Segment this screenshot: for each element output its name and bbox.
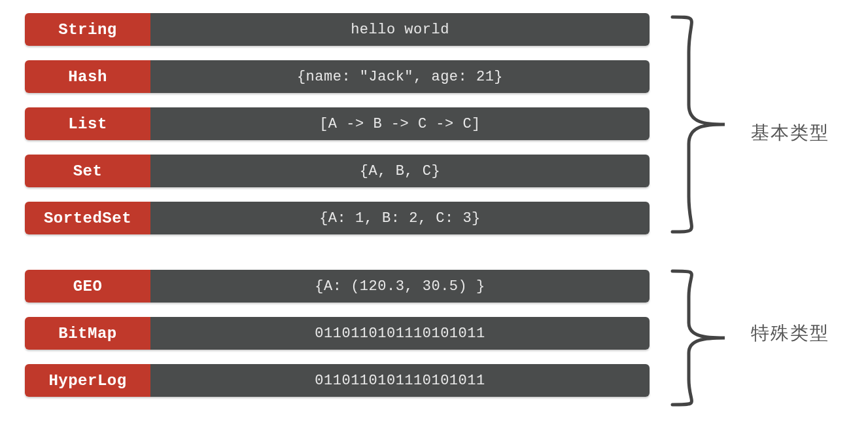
type-value: {A: 1, B: 2, C: 3} — [150, 202, 650, 234]
type-rows-container: String hello world Hash {name: "Jack", a… — [25, 13, 650, 397]
type-name: HyperLog — [25, 364, 150, 397]
brace-basic-icon — [666, 13, 738, 236]
type-value: 0110110101110101011 — [150, 364, 650, 397]
brace-special-icon — [666, 267, 738, 409]
group-label-special: 特殊类型 — [751, 321, 829, 346]
type-name: String — [25, 13, 150, 46]
type-row-string: String hello world — [25, 13, 650, 46]
type-value: 0110110101110101011 — [150, 317, 650, 350]
type-value: {A: (120.3, 30.5) } — [150, 270, 650, 303]
type-name: BitMap — [25, 317, 150, 350]
type-name: Set — [25, 155, 150, 187]
type-name: List — [25, 107, 150, 140]
type-value: {name: "Jack", age: 21} — [150, 60, 650, 93]
type-row-sortedset: SortedSet {A: 1, B: 2, C: 3} — [25, 202, 650, 234]
type-name: Hash — [25, 60, 150, 93]
type-row-hash: Hash {name: "Jack", age: 21} — [25, 60, 650, 93]
type-row-list: List [A -> B -> C -> C] — [25, 107, 650, 140]
group-label-basic: 基本类型 — [751, 120, 829, 145]
type-row-hyperlog: HyperLog 0110110101110101011 — [25, 364, 650, 397]
type-row-set: Set {A, B, C} — [25, 155, 650, 187]
type-value: hello world — [150, 13, 650, 46]
type-value: {A, B, C} — [150, 155, 650, 187]
type-value: [A -> B -> C -> C] — [150, 107, 650, 140]
type-name: SortedSet — [25, 202, 150, 234]
type-name: GEO — [25, 270, 150, 303]
group-divider — [25, 249, 650, 255]
type-row-geo: GEO {A: (120.3, 30.5) } — [25, 270, 650, 303]
type-row-bitmap: BitMap 0110110101110101011 — [25, 317, 650, 350]
